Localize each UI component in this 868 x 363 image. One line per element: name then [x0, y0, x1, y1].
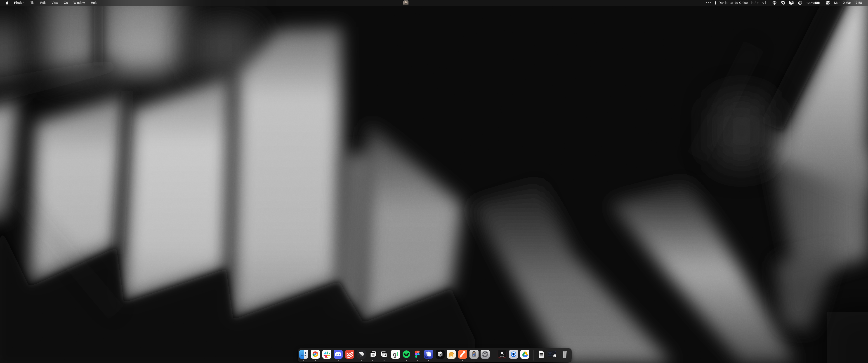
svg-text:10: 10 — [383, 354, 386, 357]
svg-text:g: g — [393, 351, 397, 358]
svg-text:11: 11 — [554, 356, 555, 357]
svg-text:N: N — [371, 354, 374, 357]
svg-text:raycast: raycast — [500, 356, 504, 357]
